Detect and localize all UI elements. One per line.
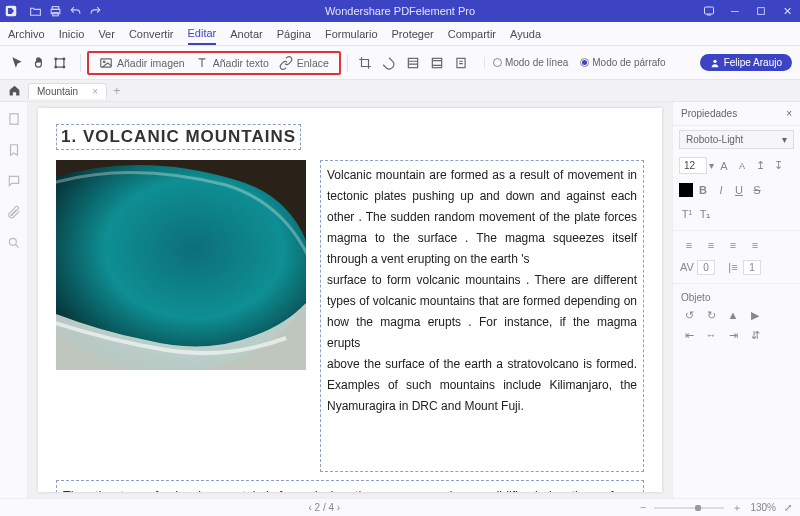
menu-archivo[interactable]: Archivo — [8, 28, 45, 40]
zoom-out-icon[interactable]: − — [641, 502, 647, 513]
close-tab-icon[interactable]: × — [92, 86, 98, 97]
menu-pagina[interactable]: Página — [277, 28, 311, 40]
menu-compartir[interactable]: Compartir — [448, 28, 496, 40]
rotate-cw-icon[interactable]: ↻ — [703, 307, 719, 323]
align-left-icon[interactable]: ≡ — [681, 237, 697, 253]
mode-line-radio[interactable]: Modo de línea — [493, 57, 568, 68]
home-icon[interactable] — [6, 83, 22, 99]
mode-paragraph-radio[interactable]: Modo de párrafo — [580, 57, 665, 68]
link-button[interactable]: Enlace — [279, 56, 329, 70]
menu-inicio[interactable]: Inicio — [59, 28, 85, 40]
char-spacing-input[interactable]: 0 — [697, 260, 715, 275]
line-spacing-icon: |≡ — [725, 259, 741, 275]
subscript-icon[interactable]: ↧ — [770, 158, 786, 174]
document-canvas[interactable]: 1. VOLCANIC MOUNTAINS — [28, 102, 672, 498]
svg-point-10 — [63, 66, 65, 68]
document-image[interactable] — [56, 160, 306, 370]
font-size-input[interactable]: 12 — [679, 157, 707, 174]
zoom-level[interactable]: 130% — [750, 502, 776, 513]
menu-ver[interactable]: Ver — [98, 28, 115, 40]
window-title: Wondershare PDFelement Pro — [325, 5, 475, 17]
svg-rect-3 — [52, 12, 57, 15]
align-obj-center-icon[interactable]: ↔ — [703, 327, 719, 343]
edit-object-icon[interactable] — [52, 54, 70, 72]
next-page-icon[interactable]: › — [337, 502, 340, 513]
document-tab[interactable]: Mountain × — [28, 83, 107, 99]
text-block-right[interactable]: Volcanic mountain are formed as a result… — [320, 160, 644, 472]
chevron-down-icon[interactable]: ▾ — [709, 160, 714, 171]
bold-button[interactable]: B — [695, 182, 711, 198]
rotate-ccw-icon[interactable]: ↺ — [681, 307, 697, 323]
text-block-bottom[interactable]: The other type of volcanic mountain is f… — [56, 480, 644, 492]
svg-rect-17 — [9, 114, 17, 125]
comments-icon[interactable] — [7, 174, 21, 191]
bookmarks-icon[interactable] — [7, 143, 21, 160]
undo-icon[interactable] — [66, 2, 84, 20]
add-text-button[interactable]: Añadir texto — [195, 56, 269, 70]
fit-width-icon[interactable]: ⤢ — [784, 502, 792, 513]
hand-tool-icon[interactable] — [30, 54, 48, 72]
search-icon[interactable] — [7, 236, 21, 253]
align-center-icon[interactable]: ≡ — [703, 237, 719, 253]
svg-rect-11 — [101, 58, 112, 66]
italic-button[interactable]: I — [713, 182, 729, 198]
align-obj-right-icon[interactable]: ⇥ — [725, 327, 741, 343]
menu-bar: Archivo Inicio Ver Convertir Editar Anot… — [0, 22, 800, 46]
maximize-icon[interactable] — [748, 0, 774, 22]
menu-formulario[interactable]: Formulario — [325, 28, 378, 40]
page-heading[interactable]: 1. VOLCANIC MOUNTAINS — [56, 124, 301, 150]
menu-proteger[interactable]: Proteger — [392, 28, 434, 40]
image-icon — [99, 56, 113, 70]
redo-icon[interactable] — [86, 2, 104, 20]
flip-h-icon[interactable]: ▶ — [747, 307, 763, 323]
object-section-label: Objeto — [673, 288, 800, 305]
properties-title: Propiedades — [681, 108, 737, 119]
feedback-icon[interactable] — [696, 0, 722, 22]
properties-panel: Propiedades × Roboto-Light ▾ 12 ▾ A A ↥ … — [672, 102, 800, 498]
superscript2-icon[interactable]: T¹ — [679, 206, 695, 222]
underline-button[interactable]: U — [731, 182, 747, 198]
superscript-icon[interactable]: ↥ — [752, 158, 768, 174]
align-obj-left-icon[interactable]: ⇤ — [681, 327, 697, 343]
prev-page-icon[interactable]: ‹ — [308, 502, 311, 513]
thumbnails-icon[interactable] — [7, 112, 21, 129]
svg-rect-14 — [432, 58, 441, 67]
open-icon[interactable] — [26, 2, 44, 20]
add-image-button[interactable]: Añadir imagen — [99, 56, 185, 70]
watermark-icon[interactable] — [380, 54, 398, 72]
new-tab-button[interactable]: + — [113, 83, 121, 98]
attachments-icon[interactable] — [7, 205, 21, 222]
print-icon[interactable] — [46, 2, 64, 20]
menu-convertir[interactable]: Convertir — [129, 28, 174, 40]
select-tool-icon[interactable] — [8, 54, 26, 72]
line-spacing-input[interactable]: 1 — [743, 260, 761, 275]
minimize-icon[interactable]: ─ — [722, 0, 748, 22]
page-indicator[interactable]: ‹ 2 / 4 › — [308, 502, 340, 513]
close-icon[interactable]: ✕ — [774, 0, 800, 22]
user-account-button[interactable]: Felipe Araujo — [700, 54, 792, 71]
zoom-in-icon[interactable]: ＋ — [732, 501, 742, 515]
svg-rect-4 — [705, 7, 714, 14]
zoom-slider[interactable] — [654, 507, 724, 509]
text-icon — [195, 56, 209, 70]
crop-icon[interactable] — [356, 54, 374, 72]
font-family-select[interactable]: Roboto-Light ▾ — [679, 130, 794, 149]
header-footer-icon[interactable] — [428, 54, 446, 72]
shrink-font-icon[interactable]: A — [734, 158, 750, 174]
subscript2-icon[interactable]: T₁ — [697, 206, 713, 222]
close-panel-icon[interactable]: × — [786, 108, 792, 119]
background-icon[interactable] — [404, 54, 422, 72]
app-logo — [0, 4, 22, 18]
align-right-icon[interactable]: ≡ — [725, 237, 741, 253]
flip-v-icon[interactable]: ▲ — [725, 307, 741, 323]
distribute-icon[interactable]: ⇵ — [747, 327, 763, 343]
menu-ayuda[interactable]: Ayuda — [510, 28, 541, 40]
font-color-swatch[interactable] — [679, 183, 693, 197]
menu-anotar[interactable]: Anotar — [230, 28, 262, 40]
svg-rect-6 — [56, 58, 64, 66]
align-justify-icon[interactable]: ≡ — [747, 237, 763, 253]
bates-icon[interactable] — [452, 54, 470, 72]
menu-editar[interactable]: Editar — [188, 27, 217, 45]
strike-button[interactable]: S — [749, 182, 765, 198]
grow-font-icon[interactable]: A — [716, 158, 732, 174]
